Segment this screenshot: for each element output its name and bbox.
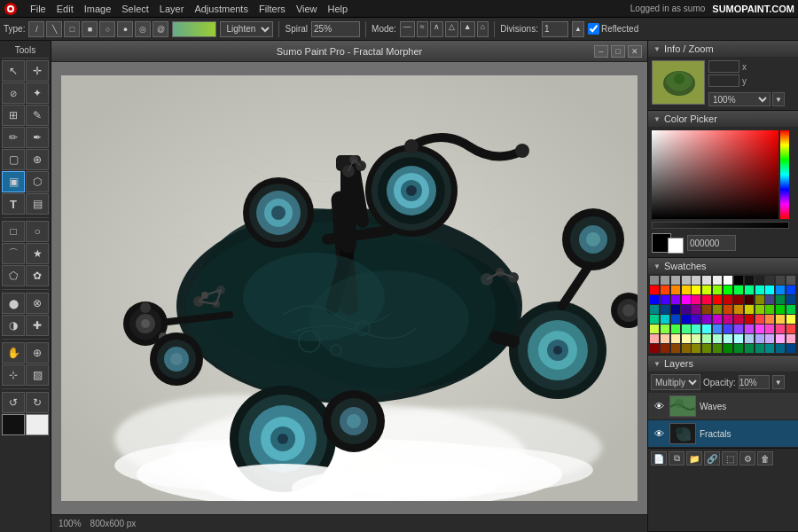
swatch-item[interactable] (713, 334, 722, 343)
swatch-item[interactable] (661, 295, 669, 304)
swatch-item[interactable] (776, 344, 785, 353)
swatch-item[interactable] (702, 295, 711, 304)
type-btn-8[interactable]: @ (153, 21, 168, 37)
swatch-item[interactable] (650, 305, 659, 314)
reflected-checkbox[interactable] (588, 23, 599, 35)
mode-btn-6[interactable]: ⌂ (477, 21, 489, 37)
tool-custom-shape[interactable]: ✿ (26, 265, 49, 286)
opacity-dropdown[interactable]: ▼ (772, 375, 785, 389)
swatch-item[interactable] (776, 325, 785, 333)
swatch-item[interactable] (786, 344, 795, 353)
swatch-item[interactable] (765, 305, 774, 314)
swatch-item[interactable] (692, 276, 700, 285)
canvas-minimize[interactable]: – (594, 45, 608, 58)
swatch-item[interactable] (734, 325, 743, 333)
swatch-item[interactable] (702, 334, 711, 343)
tool-bg-color[interactable] (26, 414, 49, 435)
swatch-item[interactable] (713, 286, 722, 294)
swatch-item[interactable] (671, 315, 680, 324)
layer-blend-mode[interactable]: MultiplyNormalScreen (651, 374, 700, 390)
menu-adjustments[interactable]: Adjustments (189, 0, 254, 18)
type-btn-6[interactable]: ● (117, 21, 133, 37)
x-coord-input[interactable] (708, 60, 739, 73)
swatch-item[interactable] (702, 325, 711, 333)
swatch-item[interactable] (734, 276, 743, 285)
tool-move[interactable]: ✛ (26, 60, 49, 82)
swatch-item[interactable] (661, 305, 669, 314)
tool-magic-wand[interactable]: ✦ (26, 82, 49, 104)
menu-file[interactable]: File (25, 0, 51, 18)
swatch-item[interactable] (713, 305, 722, 314)
bg-color-swatch[interactable] (668, 238, 684, 254)
tool-text[interactable]: T (2, 193, 25, 215)
swatch-item[interactable] (692, 315, 700, 324)
swatch-item[interactable] (724, 325, 732, 333)
canvas-area[interactable] (51, 62, 647, 514)
swatch-item[interactable] (765, 325, 774, 333)
swatch-item[interactable] (724, 276, 732, 285)
mode-btn-2[interactable]: ≈ (417, 21, 428, 37)
swatch-item[interactable] (786, 334, 795, 343)
swatch-item[interactable] (682, 286, 691, 294)
swatch-item[interactable] (745, 325, 754, 333)
tool-fg-color[interactable] (2, 414, 25, 435)
swatch-item[interactable] (776, 276, 785, 285)
swatch-item[interactable] (745, 315, 754, 324)
swatch-item[interactable] (776, 295, 785, 304)
swatch-item[interactable] (682, 344, 691, 353)
swatch-item[interactable] (650, 295, 659, 304)
group-layer-btn[interactable]: 📁 (686, 451, 702, 466)
mode-btn-1[interactable]: — (400, 21, 415, 37)
swatch-item[interactable] (692, 305, 700, 314)
swatch-item[interactable] (734, 286, 743, 294)
color-gradient[interactable] (652, 130, 778, 219)
swatch-item[interactable] (765, 276, 774, 285)
swatch-item[interactable] (755, 286, 764, 294)
tool-pen[interactable]: ⌒ (2, 243, 25, 264)
tool-hand[interactable]: ✋ (2, 342, 25, 364)
swatch-item[interactable] (713, 276, 722, 285)
tool-clone[interactable]: ⊕ (26, 149, 49, 170)
swatch-item[interactable] (734, 344, 743, 353)
menu-help[interactable]: Help (323, 0, 354, 18)
tool-polygon[interactable]: ⬠ (2, 265, 25, 286)
swatch-item[interactable] (661, 286, 669, 294)
menu-select[interactable]: Select (116, 0, 154, 18)
swatch-item[interactable] (724, 344, 732, 353)
swatch-item[interactable] (702, 344, 711, 353)
swatch-item[interactable] (671, 276, 680, 285)
mode-btn-3[interactable]: ∧ (430, 21, 443, 37)
swatch-item[interactable] (702, 305, 711, 314)
swatch-item[interactable] (765, 315, 774, 324)
divisions-up[interactable]: ▲ (572, 21, 584, 37)
swatch-item[interactable] (671, 334, 680, 343)
swatch-item[interactable] (650, 344, 659, 353)
menu-view[interactable]: View (291, 0, 323, 18)
spiral-input[interactable] (311, 21, 360, 37)
tool-measure[interactable]: ⊹ (2, 364, 25, 386)
tool-eyedropper[interactable]: ✎ (26, 105, 49, 126)
tool-pencil[interactable]: ✒ (26, 127, 49, 148)
swatch-item[interactable] (745, 295, 754, 304)
swatch-item[interactable] (661, 334, 669, 343)
swatch-item[interactable] (702, 286, 711, 294)
swatch-item[interactable] (713, 344, 722, 353)
y-coord-input[interactable] (708, 74, 739, 87)
zoom-select[interactable]: 100%50%200% (708, 92, 771, 106)
color-picker-header[interactable]: ▼ Color Picker (648, 111, 798, 127)
tool-paint-bucket[interactable]: ⬡ (26, 171, 49, 192)
swatch-item[interactable] (671, 305, 680, 314)
delete-layer-btn[interactable]: 🗑 (757, 451, 773, 466)
swatch-item[interactable] (745, 344, 754, 353)
swatch-item[interactable] (786, 305, 795, 314)
swatch-item[interactable] (755, 276, 764, 285)
swatch-item[interactable] (755, 334, 764, 343)
tool-rectangle[interactable]: □ (2, 221, 25, 242)
swatch-item[interactable] (776, 286, 785, 294)
layer-item-waves[interactable]: 👁 Waves (648, 393, 798, 420)
tool-crop[interactable]: ⊞ (2, 105, 25, 126)
tool-heal[interactable]: ✚ (26, 315, 49, 336)
swatch-item[interactable] (682, 315, 691, 324)
swatch-item[interactable] (692, 295, 700, 304)
swatch-item[interactable] (765, 295, 774, 304)
